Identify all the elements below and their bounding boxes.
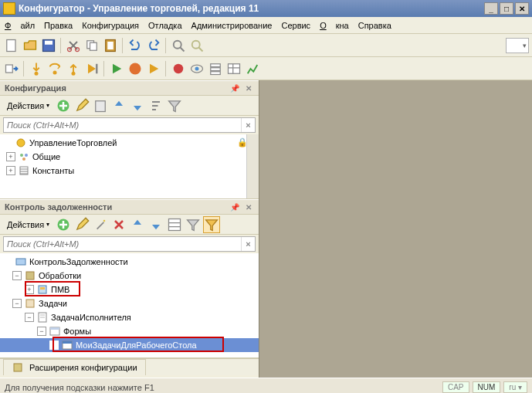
filter-active-icon[interactable] — [203, 216, 220, 233]
edit-icon[interactable] — [73, 97, 90, 114]
menu-help[interactable]: Справка — [358, 21, 391, 30]
pause-icon[interactable] — [127, 60, 144, 77]
delete-icon[interactable] — [92, 97, 109, 114]
config-search-input[interactable] — [4, 118, 241, 132]
tree-row-root[interactable]: КонтрольЗадолженности — [0, 255, 259, 269]
tree-row[interactable]: − ЗадачаИсполнителя — [0, 310, 259, 324]
menu-file[interactable]: Файл — [5, 21, 35, 30]
collapse-icon[interactable]: − — [12, 299, 22, 308]
menu-config[interactable]: Конфигурация — [82, 21, 139, 30]
panel-debt: Контроль задолженности 📌 ✕ Действия▾ — [0, 199, 259, 358]
locals-icon[interactable] — [225, 60, 242, 77]
root-icon — [15, 256, 27, 268]
tree-row[interactable]: + Константы — [0, 164, 259, 178]
tree-label: Обработки — [39, 271, 81, 280]
tasks-icon — [24, 297, 36, 310]
copy-icon[interactable] — [83, 37, 100, 54]
minimize-button[interactable]: _ — [484, 2, 498, 15]
collapse-icon[interactable]: − — [25, 313, 34, 322]
panel-debt-header[interactable]: Контроль задолженности 📌 ✕ — [0, 199, 259, 215]
svg-rect-34 — [16, 259, 25, 265]
panel-configuration: Конфигурация 📌 ✕ Действия▾ × — [0, 80, 259, 199]
tree-label: КонтрольЗадолженности — [29, 257, 128, 266]
debt-search-input[interactable] — [4, 237, 241, 251]
move-up-icon[interactable] — [129, 216, 146, 233]
toolbar-main: ▾ — [0, 34, 532, 57]
menu-windows[interactable]: Окна — [320, 21, 349, 30]
tab-extensions[interactable]: Расширения конфигурации — [3, 359, 146, 375]
stack-icon[interactable] — [207, 60, 224, 77]
move-up-icon[interactable] — [110, 97, 127, 114]
maximize-button[interactable]: □ — [500, 2, 513, 15]
statusbar: Для получения подсказки нажмите F1 CAP N… — [0, 378, 532, 393]
paste-icon[interactable] — [102, 37, 119, 54]
step-into-icon[interactable] — [28, 60, 45, 77]
redo-icon[interactable] — [145, 37, 162, 54]
tree-row-selected[interactable]: МоиЗадачиДляРабочегоСтола — [0, 338, 259, 352]
tree-label: УправлениеТорговлей — [29, 138, 117, 147]
expand-icon[interactable]: + — [6, 166, 15, 175]
delete-icon[interactable] — [110, 216, 127, 233]
collapse-icon[interactable]: − — [37, 327, 46, 336]
add-icon[interactable] — [55, 216, 72, 233]
status-lang[interactable]: ru ▾ — [503, 381, 527, 393]
add-icon[interactable] — [55, 97, 72, 114]
menu-debug[interactable]: Отладка — [148, 21, 181, 30]
move-down-icon[interactable] — [129, 97, 146, 114]
menu-admin[interactable]: Администрирование — [191, 21, 273, 30]
tree-row-root[interactable]: УправлениеТорговлей 🔒 — [0, 136, 259, 150]
filter-icon[interactable] — [185, 216, 202, 233]
tree-row[interactable]: − Обработки — [0, 269, 259, 283]
perf-icon[interactable] — [244, 60, 261, 77]
tree-row[interactable]: − Задачи — [0, 296, 259, 310]
goto-icon[interactable] — [3, 60, 20, 77]
list-icon[interactable] — [166, 216, 183, 233]
actions-menu[interactable]: Действия▾ — [3, 218, 53, 232]
panel-pin-icon[interactable]: 📌 — [229, 83, 240, 93]
config-search-clear[interactable]: × — [241, 118, 255, 132]
filter-icon[interactable] — [166, 97, 183, 114]
undo-icon[interactable] — [127, 37, 144, 54]
svg-rect-20 — [211, 63, 221, 66]
move-down-icon[interactable] — [147, 216, 164, 233]
tree-row[interactable]: − Формы — [0, 324, 259, 338]
run-to-cursor-icon[interactable] — [83, 60, 100, 77]
svg-rect-21 — [211, 67, 221, 70]
tree-row-pmv[interactable]: + ПМВ — [0, 283, 259, 296]
actions-menu[interactable]: Действия▾ — [3, 99, 53, 113]
panel-close-icon[interactable]: ✕ — [243, 202, 254, 212]
sort-icon[interactable] — [147, 97, 164, 114]
debug-play-icon[interactable] — [145, 60, 162, 77]
watch-icon[interactable] — [188, 60, 205, 77]
zoom-icon[interactable] — [188, 37, 205, 54]
debt-search-clear[interactable]: × — [241, 237, 255, 251]
breakpoint-icon[interactable] — [170, 60, 187, 77]
step-out-icon[interactable] — [65, 60, 82, 77]
wand-icon[interactable] — [92, 216, 109, 233]
toolbar-dropdown[interactable]: ▾ — [506, 38, 529, 53]
collapse-icon[interactable]: − — [12, 271, 22, 280]
tree-row[interactable]: + Общие — [0, 150, 259, 164]
close-button[interactable]: ✕ — [515, 2, 529, 15]
save-icon[interactable] — [40, 37, 57, 54]
debt-tree[interactable]: КонтрольЗадолженности − Обработки + ПМВ … — [0, 253, 259, 357]
panel-configuration-header[interactable]: Конфигурация 📌 ✕ — [0, 80, 259, 96]
menu-service[interactable]: Сервис — [281, 21, 310, 30]
play-icon[interactable] — [108, 60, 125, 77]
step-over-icon[interactable] — [46, 60, 63, 77]
expand-icon[interactable]: + — [25, 285, 34, 294]
cut-icon[interactable] — [65, 37, 82, 54]
open-icon[interactable] — [22, 37, 39, 54]
panel-pin-icon[interactable]: 📌 — [229, 202, 240, 212]
menu-edit[interactable]: Правка — [44, 21, 73, 30]
svg-point-29 — [22, 158, 25, 161]
config-tree[interactable]: УправлениеТорговлей 🔒 + Общие + Констант… — [0, 134, 259, 198]
expand-icon[interactable]: + — [6, 152, 15, 161]
panel-close-icon[interactable]: ✕ — [243, 83, 254, 93]
svg-rect-41 — [50, 327, 59, 330]
scrollbar[interactable] — [246, 134, 259, 198]
new-doc-icon[interactable] — [3, 37, 20, 54]
svg-rect-43 — [63, 341, 72, 344]
find-icon[interactable] — [170, 37, 187, 54]
edit-icon[interactable] — [73, 216, 90, 233]
